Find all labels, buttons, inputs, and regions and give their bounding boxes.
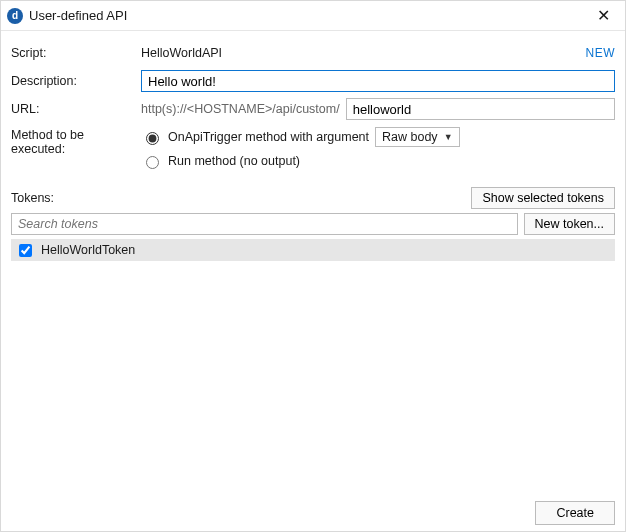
tokens-label: Tokens:	[11, 191, 471, 205]
script-value: HelloWorldAPI	[141, 46, 222, 60]
new-token-button[interactable]: New token...	[524, 213, 615, 235]
token-list: HelloWorldToken	[1, 239, 625, 261]
method-option2-label: Run method (no output)	[168, 154, 300, 168]
token-name: HelloWorldToken	[41, 243, 135, 257]
close-icon[interactable]: ✕	[589, 5, 617, 27]
argument-type-select[interactable]: Raw body ▼	[375, 127, 460, 147]
chevron-down-icon: ▼	[444, 132, 453, 142]
url-label: URL:	[11, 102, 141, 116]
script-label: Script:	[11, 46, 141, 60]
new-link[interactable]: NEW	[586, 46, 616, 60]
method-label: Method to be executed:	[11, 125, 141, 156]
method-radio-onapitrigger[interactable]	[146, 132, 159, 145]
search-tokens-input[interactable]	[11, 213, 518, 235]
argument-type-value: Raw body	[382, 130, 438, 144]
url-prefix: http(s)://<HOSTNAME>/api/custom/	[141, 102, 340, 116]
url-input[interactable]	[346, 98, 615, 120]
app-icon: d	[7, 8, 23, 24]
form-area: Script: HelloWorldAPI NEW Description: U…	[1, 31, 625, 177]
description-label: Description:	[11, 74, 141, 88]
token-checkbox[interactable]	[19, 244, 32, 257]
show-selected-tokens-button[interactable]: Show selected tokens	[471, 187, 615, 209]
create-button[interactable]: Create	[535, 501, 615, 525]
method-option1-label: OnApiTrigger method with argument	[168, 130, 369, 144]
method-radio-run[interactable]	[146, 156, 159, 169]
token-item[interactable]: HelloWorldToken	[11, 239, 615, 261]
window-title: User-defined API	[29, 8, 589, 23]
description-input[interactable]	[141, 70, 615, 92]
titlebar: d User-defined API ✕	[1, 1, 625, 31]
